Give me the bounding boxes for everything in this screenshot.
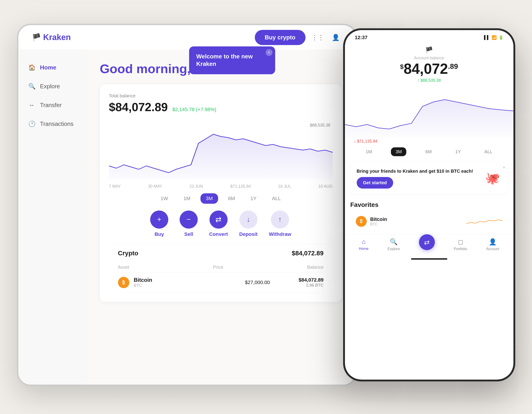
bottom-nav-portfolio[interactable]: ◻ Portfolio	[454, 238, 467, 251]
phone-filter-1m[interactable]: 1M	[361, 147, 377, 156]
assets-total: $84,072.89	[292, 250, 323, 257]
transactions-icon: 🕐	[28, 120, 35, 128]
chart-card: Total balance $84,072.89 $2,145.78 (+7.9…	[100, 84, 342, 302]
sidebar-item-home[interactable]: 🏠 Home	[18, 59, 86, 76]
phone-balance-cents-val: 89	[450, 62, 458, 70]
chart-container: $88,535.38	[109, 121, 333, 180]
fav-chart-svg	[466, 216, 503, 227]
logo: 🏴 Kraken	[32, 33, 71, 42]
convert-circle: ⇄	[209, 211, 228, 229]
transfer-icon: ↔	[28, 102, 35, 109]
convert-nav-icon: ⇄	[424, 238, 430, 246]
fav-ticker: BTC	[370, 222, 463, 226]
explore-nav-icon: 🔍	[390, 238, 398, 246]
portfolio-nav-icon: ◻	[458, 238, 463, 246]
buy-label: Buy	[154, 231, 164, 237]
referral-mascot: 🐙	[484, 171, 502, 185]
signal-icon: ▌▌	[484, 35, 490, 40]
account-icon-button[interactable]: 👤	[330, 31, 342, 43]
assets-title: Crypto	[118, 250, 138, 257]
phone-balance: $84,072.89	[400, 60, 458, 77]
popup-close-button[interactable]: ×	[266, 49, 272, 56]
sidebar: 🏠 Home 🔍 Explore ↔ Transfer 🕐 Transactio…	[18, 50, 86, 385]
convert-label: Convert	[209, 231, 228, 237]
assets-section: Crypto $84,072.89 Asset Price Balance ₿ …	[109, 244, 333, 293]
wifi-icon: 📶	[492, 35, 497, 40]
phone-header-area: 🏴 Account balance $84,072.89 ↑ $88,535.3…	[345, 43, 513, 88]
x-label-5: 10 AUG	[318, 184, 332, 189]
home-icon: 🏠	[28, 64, 35, 71]
phone-filter-1y[interactable]: 1Y	[451, 147, 465, 156]
account-nav-icon: 👤	[489, 238, 497, 246]
asset-balance-btc: 2.86 BTC	[298, 283, 323, 288]
filter-all[interactable]: ALL	[266, 193, 286, 204]
sidebar-item-explore[interactable]: 🔍 Explore	[18, 78, 86, 95]
status-icons: ▌▌ 📶 🔋	[484, 35, 504, 40]
sell-button-wrap[interactable]: − Sell	[180, 211, 198, 237]
action-buttons: + Buy − Sell ⇄ Convert ↓	[109, 204, 333, 244]
home-indicator	[411, 258, 447, 260]
fav-chart	[466, 216, 503, 227]
phone-time-filters: 1M 3M 6M 1Y ALL	[345, 145, 513, 159]
welcome-popup: × Welcome to the new Kraken	[189, 46, 275, 74]
logo-icon: 🏴	[32, 33, 41, 42]
withdraw-circle: ↑	[271, 211, 289, 229]
convert-button-wrap[interactable]: ⇄ Convert	[209, 211, 228, 237]
btc-icon: ₿	[118, 277, 129, 288]
buy-crypto-button[interactable]: Buy crypto	[255, 30, 305, 45]
low-label: $71,135.84	[230, 184, 251, 189]
filter-3m[interactable]: 3M	[200, 193, 218, 204]
phone-chart-area	[345, 88, 513, 138]
asset-price: $27,000.00	[216, 280, 298, 285]
portfolio-nav-label: Portfolio	[454, 247, 467, 251]
explore-icon: 🔍	[28, 83, 35, 90]
header-actions: Buy crypto ⋮⋮ 👤	[255, 30, 342, 45]
deposit-button-wrap[interactable]: ↓ Deposit	[239, 211, 257, 237]
sell-label: Sell	[184, 231, 193, 237]
deposit-circle: ↓	[239, 211, 257, 229]
asset-name: Bitcoin	[134, 277, 216, 283]
logo-text: Kraken	[43, 33, 71, 42]
asset-info: Bitcoin BTC	[134, 277, 216, 288]
sell-circle: −	[180, 211, 198, 229]
bottom-nav-home[interactable]: ⌂ Home	[359, 238, 369, 251]
sidebar-item-transfer[interactable]: ↔ Transfer	[18, 97, 86, 114]
bottom-nav-account[interactable]: 👤 Account	[486, 238, 499, 251]
phone-filter-all[interactable]: ALL	[480, 147, 497, 156]
fav-item-btc[interactable]: ₿ Bitcoin BTC	[350, 211, 508, 231]
phone-balance-label: Account balance	[414, 56, 444, 60]
phone-low-label: ↓ $71,135.84	[345, 138, 513, 145]
get-started-button[interactable]: Get started	[357, 177, 393, 189]
phone-filter-3m[interactable]: 3M	[391, 147, 406, 156]
filter-6m[interactable]: 6M	[223, 193, 240, 204]
phone-chart-svg	[345, 88, 513, 138]
x-label-4: 16 JUL	[278, 184, 291, 189]
buy-circle: +	[150, 211, 168, 229]
buy-button-wrap[interactable]: + Buy	[150, 211, 168, 237]
asset-balance: $84,072.89 2.86 BTC	[298, 277, 323, 288]
filter-1m[interactable]: 1M	[178, 193, 196, 204]
home-nav-icon: ⌂	[362, 238, 366, 245]
x-label-1: 7 MAY	[109, 184, 121, 189]
explore-nav-label: Explore	[388, 247, 400, 251]
center-nav-button[interactable]: ⇄	[419, 234, 435, 250]
filter-1y[interactable]: 1Y	[245, 193, 262, 204]
balance-amount: $84,072.89	[109, 101, 168, 114]
balance-label: Total balance	[109, 93, 333, 99]
col-balance: Balance	[307, 265, 323, 270]
table-row[interactable]: ₿ Bitcoin BTC $27,000.00 $84,072.89 2.86…	[118, 272, 324, 293]
phone-filter-6m[interactable]: 6M	[421, 147, 436, 156]
tablet: 🏴 Kraken Buy crypto ⋮⋮ 👤 🏠 Home 🔍 Explor…	[17, 24, 357, 386]
account-nav-label: Account	[486, 247, 499, 251]
withdraw-button-wrap[interactable]: ↑ Withdraw	[269, 211, 291, 237]
referral-close-button[interactable]: ×	[503, 165, 505, 170]
x-label-3: 23 JUN	[190, 184, 203, 189]
grid-icon-button[interactable]: ⋮⋮	[312, 31, 324, 43]
bottom-nav-explore[interactable]: 🔍 Explore	[388, 238, 400, 251]
x-label-2: 30 MAY	[148, 184, 162, 189]
filter-1w[interactable]: 1W	[155, 193, 173, 204]
main-content: Good morning, Satoshi Total balance $84,…	[86, 50, 355, 385]
sidebar-item-transactions[interactable]: 🕐 Transactions	[18, 115, 86, 132]
fav-name: Bitcoin	[370, 216, 463, 222]
deposit-label: Deposit	[239, 231, 257, 237]
